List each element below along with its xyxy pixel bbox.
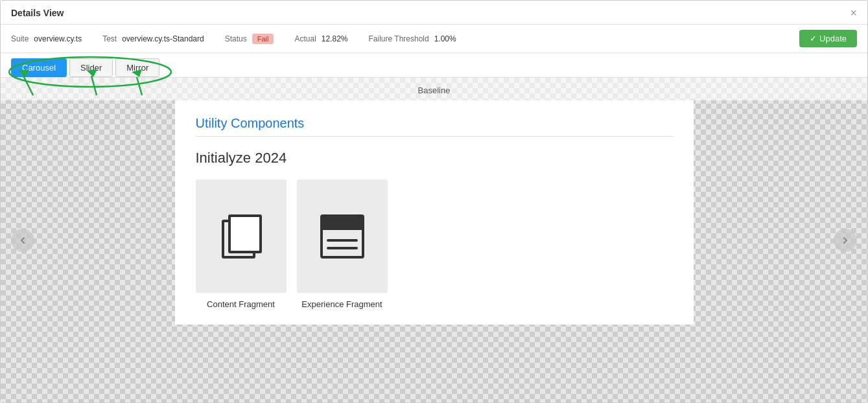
- suite-label: Suite: [11, 34, 29, 43]
- threshold-label: Failure Threshold: [369, 34, 429, 43]
- status-badge: Fail: [252, 34, 274, 44]
- threshold-value: 1.00%: [434, 34, 456, 43]
- card-label-2: Experience Fragment: [301, 299, 382, 309]
- info-bar: Suite overview.cy.ts Test overview.cy.ts…: [1, 25, 867, 53]
- section-divider: [196, 136, 673, 137]
- status-label: Status: [225, 34, 247, 43]
- card-content-fragment[interactable]: Content Fragment: [196, 179, 287, 309]
- actual-info: Actual 12.82%: [294, 34, 347, 43]
- tab-slider[interactable]: Slider: [69, 58, 113, 77]
- content-panel: Utility Components Initialyze 2024: [175, 100, 694, 325]
- cards-row: Content Fragment: [196, 179, 673, 309]
- update-button[interactable]: ✓ Update: [799, 30, 857, 47]
- close-button[interactable]: ×: [850, 7, 857, 19]
- card-label-1: Content Fragment: [207, 299, 275, 309]
- card-icon-box-2: [297, 179, 388, 293]
- tab-carousel[interactable]: Carousel: [11, 58, 67, 77]
- card-experience-fragment[interactable]: Experience Fragment: [297, 179, 388, 309]
- chevron-right-icon: [840, 235, 850, 246]
- chevron-left-icon: [18, 235, 28, 246]
- window-title: Details View: [11, 8, 64, 18]
- test-info: Test overview.cy.ts-Standard: [102, 34, 204, 43]
- actual-label: Actual: [294, 34, 316, 43]
- actual-value: 12.82%: [322, 34, 348, 43]
- nav-arrow-left[interactable]: [11, 229, 34, 252]
- title-bar: Details View ×: [1, 1, 867, 25]
- test-label: Test: [102, 34, 117, 43]
- tab-mirror[interactable]: Mirror: [115, 58, 159, 77]
- threshold-info: Failure Threshold 1.00%: [369, 34, 456, 43]
- suite-info: Suite overview.cy.ts: [11, 34, 82, 43]
- experience-fragment-icon: [319, 213, 366, 260]
- baseline-label: Baseline: [1, 78, 867, 100]
- tab-bar: Carousel Slider Mirror: [1, 53, 867, 78]
- card-icon-box-1: [196, 179, 287, 293]
- status-info: Status Fail: [225, 34, 274, 44]
- content-fragment-icon: [218, 211, 264, 262]
- details-view-window: Details View × Suite overview.cy.ts Test…: [0, 0, 868, 403]
- test-value: overview.cy.ts-Standard: [122, 34, 204, 43]
- nav-arrow-right[interactable]: [834, 229, 857, 252]
- svg-rect-8: [229, 216, 261, 252]
- preview-area: Baseline Utility Components Initialyze 2…: [1, 78, 867, 402]
- suite-value: overview.cy.ts: [34, 34, 82, 43]
- svg-rect-10: [322, 216, 363, 230]
- main-content: Baseline Utility Components Initialyze 2…: [1, 78, 867, 402]
- section-title: Utility Components: [196, 116, 673, 131]
- subsection-title: Initialyze 2024: [196, 150, 673, 167]
